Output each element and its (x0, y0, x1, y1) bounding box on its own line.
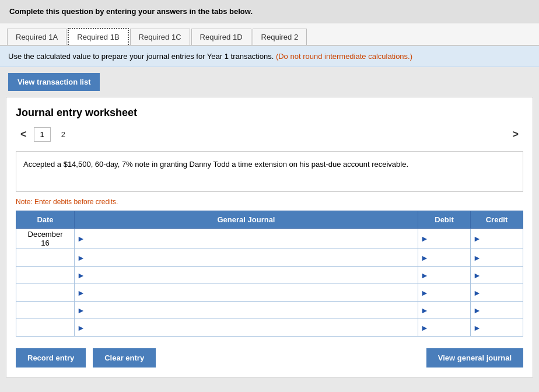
credit-input-6[interactable] (484, 322, 523, 333)
table-row: ► ► ► (16, 319, 523, 337)
gj-arrow-icon-4: ► (75, 288, 88, 298)
debit-input-2[interactable] (431, 252, 470, 263)
gj-arrow-icon-3: ► (75, 271, 88, 280)
worksheet-container: Journal entry worksheet < 1 2 > Accepted… (6, 97, 533, 377)
debit-arrow-icon-4: ► (418, 288, 431, 298)
next-page-number[interactable]: 2 (55, 128, 71, 141)
date-cell-4 (16, 284, 75, 302)
top-instruction-bar: Complete this question by entering your … (0, 0, 539, 23)
credit-cell-2[interactable]: ► (471, 249, 523, 267)
credit-cell-1[interactable]: ► (471, 229, 523, 249)
col-header-date: Date (16, 211, 75, 229)
gj-arrow-icon-5: ► (75, 306, 88, 315)
debit-cell-5[interactable]: ► (418, 302, 471, 319)
description-box: Accepted a $14,500, 60-day, 7% note in g… (16, 151, 523, 192)
credit-arrow-icon-5: ► (471, 306, 484, 315)
info-bar: Use the calculated value to prepare your… (0, 46, 539, 67)
credit-cell-3[interactable]: ► (471, 267, 523, 284)
info-highlight: (Do not round intermediate calculations.… (276, 52, 412, 61)
credit-arrow-icon-1: ► (471, 234, 484, 243)
gj-cell-3[interactable]: ► (75, 267, 418, 284)
credit-input-2[interactable] (484, 252, 523, 263)
tab-required-1b[interactable]: Required 1B (68, 28, 128, 45)
tab-required-1d[interactable]: Required 1D (191, 29, 251, 45)
debit-input-3[interactable] (431, 270, 470, 281)
table-row: December16 ► ► ► (16, 229, 523, 249)
credit-cell-6[interactable]: ► (471, 319, 523, 337)
gj-cell-4[interactable]: ► (75, 284, 418, 302)
debit-cell-1[interactable]: ► (418, 229, 471, 249)
tabs-bar: Required 1A Required 1B Required 1C Requ… (0, 23, 539, 46)
nav-left-arrow[interactable]: < (16, 126, 32, 143)
debit-input-5[interactable] (431, 304, 470, 316)
date-cell-6 (16, 319, 75, 337)
bottom-buttons: Record entry Clear entry View general jo… (16, 346, 523, 368)
gj-cell-6[interactable]: ► (75, 319, 418, 337)
debit-input-4[interactable] (431, 287, 470, 298)
view-transaction-button[interactable]: View transaction list (8, 73, 100, 91)
credit-input-4[interactable] (484, 287, 523, 298)
clear-entry-button[interactable]: Clear entry (93, 348, 156, 368)
worksheet-title: Journal entry worksheet (16, 107, 523, 119)
debit-input-1[interactable] (431, 233, 470, 244)
tab-required-2[interactable]: Required 2 (253, 29, 307, 45)
credit-arrow-icon-2: ► (471, 253, 484, 262)
credit-cell-5[interactable]: ► (471, 302, 523, 319)
table-row: ► ► ► (16, 284, 523, 302)
credit-input-3[interactable] (484, 270, 523, 281)
description-text: Accepted a $14,500, 60-day, 7% note in g… (23, 160, 408, 169)
col-header-credit: Credit (471, 211, 523, 229)
credit-arrow-icon-4: ► (471, 288, 484, 298)
gj-cell-1[interactable]: ► (75, 229, 418, 249)
debit-arrow-icon-3: ► (418, 271, 431, 280)
gj-cell-5[interactable]: ► (75, 302, 418, 319)
view-general-journal-button[interactable]: View general journal (426, 348, 523, 368)
gj-input-1[interactable] (88, 233, 418, 244)
credit-arrow-icon-3: ► (471, 271, 484, 280)
gj-cell-2[interactable]: ► (75, 249, 418, 267)
info-text: Use the calculated value to prepare your… (8, 52, 274, 61)
debit-arrow-icon-1: ► (418, 234, 431, 243)
date-cell-5 (16, 302, 75, 319)
gj-input-6[interactable] (88, 322, 418, 333)
credit-arrow-icon-6: ► (471, 323, 484, 332)
gj-input-3[interactable] (88, 270, 418, 281)
debit-arrow-icon-5: ► (418, 306, 431, 315)
nav-right-arrow[interactable]: > (508, 126, 523, 143)
debit-arrow-icon-6: ► (418, 323, 431, 332)
date-cell-1: December16 (16, 229, 75, 249)
nav-row: < 1 2 > (16, 126, 523, 143)
debit-cell-3[interactable]: ► (418, 267, 471, 284)
date-cell-3 (16, 267, 75, 284)
gj-arrow-icon-2: ► (75, 253, 88, 262)
tab-required-1a[interactable]: Required 1A (7, 29, 66, 45)
col-header-gj: General Journal (75, 211, 418, 229)
debit-cell-4[interactable]: ► (418, 284, 471, 302)
col-header-debit: Debit (418, 211, 471, 229)
table-row: ► ► ► (16, 249, 523, 267)
journal-table: Date General Journal Debit Credit Decemb… (16, 211, 523, 337)
gj-input-2[interactable] (88, 252, 418, 263)
gj-input-5[interactable] (88, 304, 418, 316)
current-page-box[interactable]: 1 (34, 127, 51, 142)
table-row: ► ► ► (16, 302, 523, 319)
tab-required-1c[interactable]: Required 1C (130, 29, 190, 45)
date-cell-2 (16, 249, 75, 267)
gj-arrow-icon-1: ► (75, 234, 88, 243)
note-text: Note: Enter debits before credits. (16, 198, 523, 206)
debit-input-6[interactable] (431, 322, 470, 333)
record-entry-button[interactable]: Record entry (16, 348, 86, 368)
top-instruction-text: Complete this question by entering your … (9, 7, 253, 16)
gj-arrow-icon-6: ► (75, 323, 88, 332)
table-row: ► ► ► (16, 267, 523, 284)
debit-arrow-icon-2: ► (418, 253, 431, 262)
credit-input-1[interactable] (484, 233, 523, 244)
credit-cell-4[interactable]: ► (471, 284, 523, 302)
gj-input-4[interactable] (88, 287, 418, 298)
debit-cell-6[interactable]: ► (418, 319, 471, 337)
debit-cell-2[interactable]: ► (418, 249, 471, 267)
credit-input-5[interactable] (484, 304, 523, 316)
